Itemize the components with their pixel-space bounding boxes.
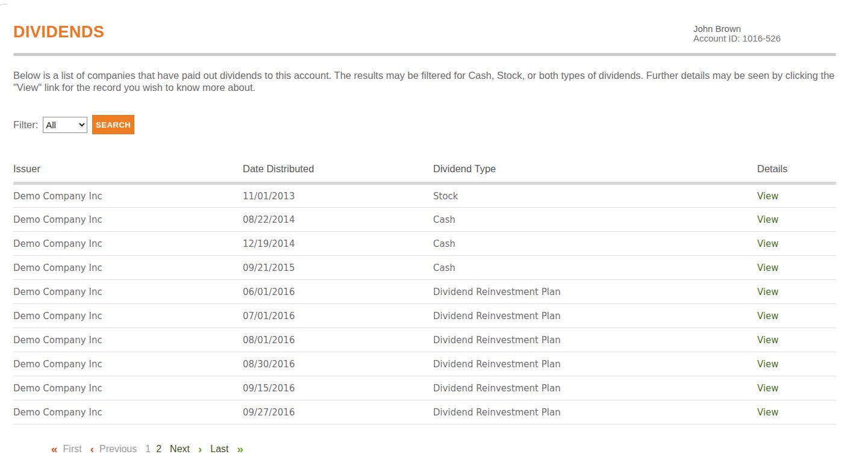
page-title: DIVIDENDS [13, 23, 105, 42]
details-cell: View [757, 376, 836, 400]
date-distributed-cell: 06/01/2016 [243, 280, 433, 304]
issuer-cell: Demo Company Inc [13, 328, 243, 352]
last-page-icon[interactable]: » [237, 444, 244, 454]
dividend-type-cell: Dividend Reinvestment Plan [433, 280, 757, 304]
table-row: Demo Company Inc 08/01/2016 Dividend Rei… [13, 328, 836, 352]
page-number-1[interactable]: 1 [145, 444, 151, 455]
table-row: Demo Company Inc 09/21/2015 Cash View [13, 256, 836, 280]
view-link[interactable]: View [757, 238, 779, 249]
previous-page-icon[interactable]: ‹ [90, 444, 94, 454]
page-description: Below is a list of companies that have p… [13, 69, 836, 93]
table-row: Demo Company Inc 06/01/2016 Dividend Rei… [13, 280, 836, 304]
panel-corner-decoration [0, 4, 7, 58]
view-link[interactable]: View [757, 311, 779, 322]
date-distributed-cell: 09/27/2016 [243, 400, 433, 424]
dividend-type-cell: Dividend Reinvestment Plan [433, 400, 757, 424]
previous-page-link[interactable]: Previous [99, 444, 137, 455]
table-body: Demo Company Inc 11/01/2013 Stock View D… [13, 184, 836, 424]
date-distributed-cell: 08/01/2016 [243, 328, 433, 352]
column-header-dividend-type: Dividend Type [433, 163, 757, 184]
table-row: Demo Company Inc 08/22/2014 Cash View [13, 208, 836, 232]
date-distributed-cell: 09/21/2015 [243, 256, 433, 280]
details-cell: View [757, 184, 836, 208]
first-page-link[interactable]: First [63, 444, 82, 455]
view-link[interactable]: View [757, 191, 779, 202]
dividend-type-cell: Dividend Reinvestment Plan [433, 328, 757, 352]
dividend-type-cell: Dividend Reinvestment Plan [433, 304, 757, 328]
column-header-issuer: Issuer [13, 163, 243, 184]
account-id: Account ID: 1016-526 [693, 34, 781, 43]
issuer-cell: Demo Company Inc [13, 184, 243, 208]
details-cell: View [757, 208, 836, 232]
issuer-cell: Demo Company Inc [13, 304, 243, 328]
page-number-2[interactable]: 2 [156, 444, 161, 455]
column-header-date-distributed: Date Distributed [243, 163, 433, 184]
issuer-cell: Demo Company Inc [13, 352, 243, 376]
last-page-link[interactable]: Last [210, 444, 228, 455]
issuer-cell: Demo Company Inc [13, 208, 243, 232]
date-distributed-cell: 11/01/2013 [243, 184, 433, 208]
view-link[interactable]: View [757, 263, 779, 273]
date-distributed-cell: 08/30/2016 [243, 352, 433, 376]
dividends-table: Issuer Date Distributed Dividend Type De… [13, 163, 836, 424]
table-row: Demo Company Inc 11/01/2013 Stock View [13, 184, 836, 208]
view-link[interactable]: View [757, 287, 779, 297]
details-cell: View [757, 352, 836, 376]
issuer-cell: Demo Company Inc [13, 232, 243, 256]
table-row: Demo Company Inc 07/01/2016 Dividend Rei… [13, 304, 836, 328]
details-cell: View [757, 400, 836, 424]
table-row: Demo Company Inc 08/30/2016 Dividend Rei… [13, 352, 836, 376]
issuer-cell: Demo Company Inc [13, 400, 243, 424]
column-header-details: Details [757, 163, 836, 184]
title-divider [13, 53, 836, 56]
dividend-type-cell: Cash [433, 208, 757, 232]
details-cell: View [757, 256, 836, 280]
next-page-link[interactable]: Next [170, 444, 190, 455]
table-row: Demo Company Inc 09/15/2016 Dividend Rei… [13, 376, 836, 400]
dividend-type-cell: Cash [433, 256, 757, 280]
details-cell: View [757, 232, 836, 256]
date-distributed-cell: 08/22/2014 [243, 208, 433, 232]
account-info: John Brown Account ID: 1016-526 [693, 24, 781, 43]
details-cell: View [757, 304, 836, 328]
issuer-cell: Demo Company Inc [13, 376, 243, 400]
details-cell: View [757, 280, 836, 304]
account-holder-name: John Brown [693, 24, 781, 34]
table-row: Demo Company Inc 12/19/2014 Cash View [13, 232, 836, 256]
dividend-type-cell: Stock [433, 184, 757, 208]
view-link[interactable]: View [757, 407, 779, 418]
view-link[interactable]: View [757, 335, 779, 346]
dividend-type-cell: Dividend Reinvestment Plan [433, 376, 757, 400]
filter-select[interactable]: All [43, 117, 87, 133]
pagination: « First ‹ Previous 1 2 Next › Last » [51, 444, 836, 455]
view-link[interactable]: View [757, 214, 779, 225]
search-button[interactable]: SEARCH [92, 115, 134, 134]
next-page-icon[interactable]: › [198, 444, 202, 454]
date-distributed-cell: 12/19/2014 [243, 232, 433, 256]
filter-bar: Filter: All SEARCH [13, 115, 836, 134]
filter-label: Filter: [13, 119, 38, 131]
view-link[interactable]: View [757, 383, 779, 394]
dividends-page: DIVIDENDS John Brown Account ID: 1016-52… [0, 0, 868, 463]
issuer-cell: Demo Company Inc [13, 256, 243, 280]
table-row: Demo Company Inc 09/27/2016 Dividend Rei… [13, 400, 836, 424]
issuer-cell: Demo Company Inc [13, 280, 243, 304]
first-page-icon[interactable]: « [51, 444, 58, 454]
table-header-row: Issuer Date Distributed Dividend Type De… [13, 163, 836, 184]
details-cell: View [757, 328, 836, 352]
dividend-type-cell: Dividend Reinvestment Plan [433, 352, 757, 376]
date-distributed-cell: 07/01/2016 [243, 304, 433, 328]
date-distributed-cell: 09/15/2016 [243, 376, 433, 400]
dividend-type-cell: Cash [433, 232, 757, 256]
page-header: DIVIDENDS John Brown Account ID: 1016-52… [13, 0, 836, 43]
view-link[interactable]: View [757, 359, 779, 370]
